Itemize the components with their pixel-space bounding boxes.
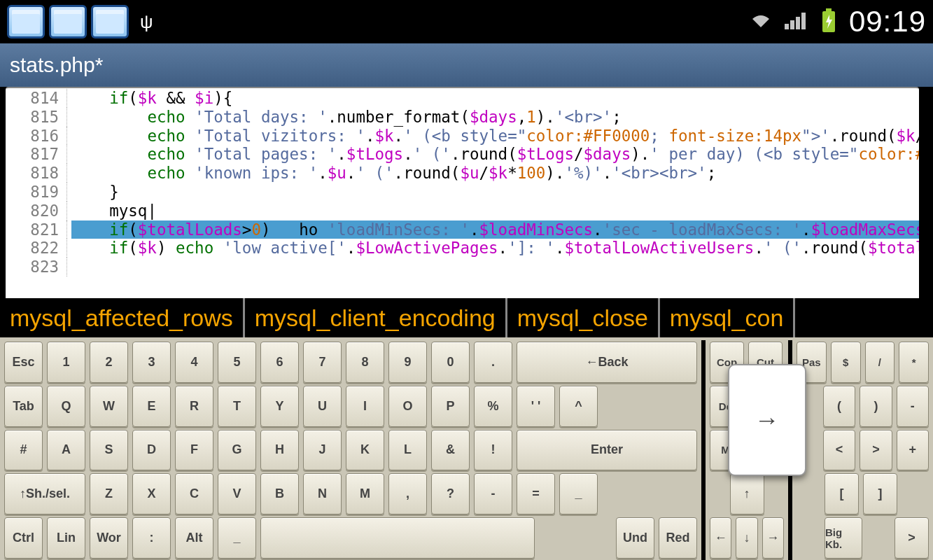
key-wor[interactable]: Wor — [90, 517, 128, 559]
code-line[interactable]: } — [67, 183, 119, 202]
key-m[interactable]: M — [346, 473, 384, 514]
key-[interactable]: ↓ — [736, 517, 757, 559]
key-back[interactable]: ←Back — [517, 342, 697, 383]
key-q[interactable]: Q — [47, 386, 85, 427]
key-r[interactable]: R — [175, 386, 213, 427]
code-line[interactable]: echo 'Total days: '.number_format($days,… — [67, 108, 622, 127]
autocomplete-item[interactable]: mysql_affected_rows — [0, 298, 245, 337]
code-line[interactable]: if($k && $i){ — [67, 89, 232, 108]
key-k[interactable]: K — [346, 430, 384, 471]
key-5[interactable]: 5 — [218, 342, 256, 383]
key-[interactable]: + — [897, 430, 929, 471]
key-[interactable]: ← — [710, 517, 731, 559]
key-h[interactable]: H — [260, 430, 299, 471]
key-enter[interactable]: Enter — [517, 430, 697, 471]
key-[interactable]: & — [431, 430, 470, 471]
key-l[interactable]: L — [388, 430, 427, 471]
code-line[interactable]: mysq| — [67, 202, 157, 220]
arrow-key-popup[interactable]: → — [728, 364, 806, 476]
key-[interactable]: : — [132, 517, 171, 559]
key-d[interactable]: D — [132, 430, 171, 471]
key-u[interactable]: U — [303, 386, 342, 427]
key-g[interactable]: G — [218, 430, 256, 471]
key-7[interactable]: 7 — [303, 342, 342, 383]
key-8[interactable]: 8 — [346, 342, 384, 383]
key-[interactable]: - — [897, 386, 929, 427]
key-s[interactable]: S — [90, 430, 128, 471]
key-c[interactable]: C — [175, 473, 213, 514]
key-ctrl[interactable]: Ctrl — [4, 517, 43, 559]
code-editor[interactable]: 814 if($k && $i){815 echo 'Total days: '… — [6, 87, 919, 298]
autocomplete-item[interactable]: mysql_con — [660, 298, 796, 337]
key-[interactable]: ) — [860, 386, 892, 427]
autocomplete-item[interactable]: mysql_close — [507, 298, 660, 337]
key-[interactable]: = — [517, 473, 555, 514]
key-n[interactable]: N — [303, 473, 342, 514]
key-tab[interactable]: Tab — [4, 386, 43, 427]
key-b[interactable]: B — [260, 473, 299, 514]
key-[interactable]: _ — [559, 473, 598, 514]
key-[interactable]: , — [388, 473, 427, 514]
code-line[interactable]: echo 'Total pages: '.$tLogs.' ('.round($… — [67, 145, 919, 164]
key-[interactable]: % — [474, 386, 512, 427]
key-[interactable]: - — [474, 473, 512, 514]
autocomplete-item[interactable]: mysql_client_encoding — [245, 298, 507, 337]
key-[interactable]: ( — [823, 386, 855, 427]
code-line[interactable] — [67, 258, 81, 276]
key-[interactable]: # — [4, 430, 43, 471]
key-[interactable]: ? — [431, 473, 470, 514]
app-icon[interactable] — [91, 5, 129, 38]
key-[interactable]: [ — [825, 473, 859, 514]
key-v[interactable]: V — [218, 473, 256, 514]
key-[interactable]: → — [762, 517, 784, 559]
key-i[interactable]: I — [346, 386, 384, 427]
key-6[interactable]: 6 — [260, 342, 299, 383]
key-a[interactable]: A — [47, 430, 85, 471]
code-line[interactable]: echo 'Total vizitors: '.$k.' (<b style="… — [67, 127, 919, 146]
key-4[interactable]: 4 — [175, 342, 213, 383]
code-line[interactable]: if($k) echo 'low active['.$LowActivePage… — [67, 239, 919, 258]
key-[interactable]: ^ — [559, 386, 598, 427]
key-[interactable]: ' ' — [517, 386, 555, 427]
key-[interactable]: _ — [218, 517, 256, 559]
key-1[interactable]: 1 — [47, 342, 85, 383]
key-[interactable]: > — [860, 430, 892, 471]
line-number: 823 — [6, 258, 67, 276]
key-lin[interactable]: Lin — [47, 517, 85, 559]
app-icon[interactable] — [49, 5, 87, 38]
key-[interactable]: $ — [831, 342, 861, 383]
key-9[interactable]: 9 — [388, 342, 427, 383]
key-alt[interactable]: Alt — [175, 517, 213, 559]
key-bigkb[interactable]: Big Kb. — [825, 517, 862, 559]
code-line[interactable]: if($totalLoads>0) ho 'loadMinSecs: '.$lo… — [67, 220, 919, 239]
code-line[interactable]: echo 'known ips: '.$u.' ('.round($u/$k*1… — [67, 164, 716, 183]
key-3[interactable]: 3 — [132, 342, 171, 383]
key-[interactable]: ] — [863, 473, 897, 514]
key-[interactable]: . — [474, 342, 512, 383]
key-z[interactable]: Z — [90, 473, 128, 514]
key-f[interactable]: F — [175, 430, 213, 471]
key-[interactable]: ↑ — [730, 473, 764, 514]
key-[interactable]: / — [865, 342, 895, 383]
line-number: 817 — [6, 145, 67, 164]
key-2[interactable]: 2 — [90, 342, 128, 383]
key-shsel[interactable]: ↑Sh./sel. — [4, 473, 85, 514]
key-0[interactable]: 0 — [431, 342, 470, 383]
key-t[interactable]: T — [218, 386, 256, 427]
key-[interactable]: > — [895, 517, 929, 559]
key-esc[interactable]: Esc — [4, 342, 43, 383]
key-e[interactable]: E — [132, 386, 171, 427]
key-red[interactable]: Red — [659, 517, 697, 559]
key-x[interactable]: X — [132, 473, 171, 514]
key-j[interactable]: J — [303, 430, 342, 471]
key-w[interactable]: W — [90, 386, 128, 427]
key-p[interactable]: P — [431, 386, 470, 427]
key-und[interactable]: Und — [616, 517, 654, 559]
key-[interactable]: < — [823, 430, 855, 471]
key-[interactable]: ! — [474, 430, 512, 471]
key-[interactable]: * — [899, 342, 929, 383]
key-y[interactable]: Y — [260, 386, 299, 427]
key-space[interactable] — [260, 517, 535, 559]
key-o[interactable]: O — [388, 386, 427, 427]
app-icon[interactable] — [7, 5, 45, 38]
